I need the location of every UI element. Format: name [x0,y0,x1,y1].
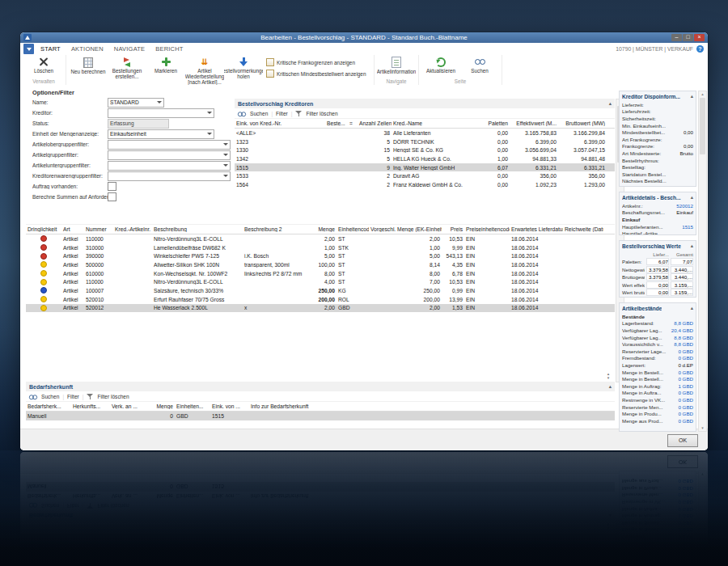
kreditoren-filter-button[interactable]: Filter [276,111,288,116]
collapse-icon[interactable] [691,303,693,313]
ribbon-button[interactable]: Neu berechnen [69,55,108,85]
column-header[interactable]: Beschreibung 2 [243,226,311,232]
ribbon-button[interactable]: Bestellungen erstellen... [108,55,146,85]
factbox-header[interactable]: Artikelbestände [620,303,696,313]
collapse-icon[interactable] [691,241,693,251]
factbox-header[interactable]: Kreditor Dispoinform... [620,91,696,101]
drilldown-link[interactable]: 0 GBD [678,370,693,375]
maximize-button[interactable]: □ [683,34,693,41]
column-header[interactable]: Anzahl Zeilen [358,120,392,126]
column-header[interactable]: Vorgeschl. Menge (EK-Einheit) [369,226,442,232]
column-header[interactable]: Bedarfsherk... [26,403,71,409]
column-header[interactable]: Dringlichkeit [26,226,61,232]
chevron-down-icon[interactable] [223,164,228,167]
drilldown-link[interactable]: 0 GBD [678,397,693,403]
column-header[interactable]: Preiseinheitencode [464,226,510,232]
column-header[interactable]: Paletten [479,120,510,126]
pane-splitter[interactable]: ▴▾ [604,372,612,379]
chevron-down-icon[interactable] [223,175,228,177]
tab-bericht[interactable]: BERICHT [155,45,183,53]
collapse-icon[interactable] [691,91,693,101]
column-header[interactable]: Bruttowert (MW) [558,120,607,126]
chevron-down-icon[interactable] [223,154,228,156]
collapse-icon[interactable] [691,192,693,202]
column-header[interactable]: Erwartetes Lieferdatum [510,226,563,232]
checkbox[interactable] [108,192,116,201]
table-row[interactable]: 15332Duravit AG0,00356,00356,00 [235,171,615,180]
dropdown-field[interactable]: Einkaufseinheit [108,129,214,139]
chevron-down-icon[interactable] [207,133,212,135]
column-header[interactable]: Einheiten... [175,403,210,409]
drilldown-link[interactable]: 1515 [682,224,693,230]
column-header[interactable]: Menge [311,226,336,232]
table-row[interactable]: Artikel390000Winkelschleifer PWS 7-125i.… [26,251,615,260]
column-header[interactable]: Beschreibung [152,226,243,232]
dropdown-field[interactable] [108,150,231,160]
kreditoren-search-button[interactable]: Suchen [250,111,268,116]
collapse-icon[interactable] [609,382,612,391]
collapse-icon[interactable] [609,99,612,108]
minimize-button[interactable]: – [671,34,682,41]
table-row[interactable]: Artikel610000Kon-Wechselsgkt. Nr. 100WF2… [26,269,615,278]
table-row[interactable]: 15159Ing. Walter Hengst GmbH6,076.331,21… [235,163,615,172]
kreditoren-grid-header[interactable]: Eink. von Kred.-Nr.Beste...=Anzahl Zeile… [235,118,615,129]
column-header[interactable]: Menge [144,403,175,409]
column-header[interactable]: Herkunfts... [71,403,110,409]
kreditoren-clear-filter-button[interactable]: Filter löschen [306,111,337,116]
chevron-down-icon[interactable] [223,143,228,146]
dropdown-field[interactable] [108,171,231,181]
factbox-scrollbar[interactable]: ▴ ▾ [698,91,707,432]
column-header[interactable]: Kred.-Name [392,120,479,126]
chevron-down-icon[interactable] [157,101,162,103]
drilldown-link[interactable]: 20,4 GBD [671,327,693,333]
ribbon-button[interactable]: Bestellvormerkungen holen [224,55,263,85]
table-row[interactable]: 13235DÖRR TECHNIK0,006.399,006.399,00 [235,137,615,146]
column-header[interactable]: Nummer [84,226,113,232]
column-header[interactable]: Preis [442,226,464,232]
table-row[interactable]: 15642Franz Kaldewei GmbH & Co.0,001.092,… [235,180,615,189]
drilldown-link[interactable]: 0 GBD [678,390,693,395]
bedarf-grid-header[interactable]: Bedarfsherk...Herkunfts...Verk. an ...Me… [26,401,615,412]
help-icon[interactable]: ? [696,45,704,53]
drilldown-link[interactable]: 8,8 GBD [674,320,693,326]
drilldown-link[interactable]: 0 GBD [678,376,693,382]
scroll-down-icon[interactable]: ▾ [699,425,706,431]
scrollbar-thumb[interactable] [700,98,705,154]
column-header[interactable]: Info zur Bedarfsherkunft [249,403,615,409]
column-header[interactable]: Verk. an ... [110,403,144,409]
bedarfsherkunft-pane-header[interactable]: Bedarfsherkunft [26,382,615,391]
scroll-up-icon[interactable]: ▴ [699,91,706,97]
column-header[interactable]: Reichweite (Datum) [563,226,603,232]
table-row[interactable]: Artikel520010Erfurt Rauhfaser 70/75 Gros… [26,295,615,304]
table-row[interactable]: Artikel100007Salzsäure, technisch 30/33%… [26,286,615,295]
tab-aktionen[interactable]: AKTIONEN [71,45,104,53]
tab-start[interactable]: START [40,45,61,53]
table-row[interactable]: Artikel500000Allwetter-Silikon SHK 100Nt… [26,260,615,269]
close-button[interactable]: × [694,34,705,41]
column-header[interactable]: Kred.-Artikelnr. [113,226,152,232]
column-header[interactable]: = [348,120,358,126]
tab-navigate[interactable]: NAVIGATE [114,45,145,53]
factbox-header[interactable]: Bestellvorschlag Werte [620,241,696,251]
lines-grid-header[interactable]: DringlichkeitArtNummerKred.-Artikelnr.Be… [26,224,615,234]
drilldown-link[interactable]: 0 GBD [678,411,693,416]
dropdown-field[interactable]: STANDARD [108,98,164,108]
drilldown-link[interactable]: 8,8 GBD [674,341,693,347]
bedarf-filter-button[interactable]: Filter [67,394,79,399]
drilldown-link[interactable]: 520012 [676,203,693,209]
column-header[interactable]: Art [61,226,84,232]
table-row[interactable]: 13425HELLA KG Hueck & Co.1,0094.881,3394… [235,154,615,163]
table-row[interactable]: Artikel110000Nitro-Verdünnung3L E-COLL4,… [26,277,615,286]
title-bar[interactable]: Bearbeiten - Bestellvorschlag - STANDARD… [20,32,708,43]
checkbox[interactable] [108,182,116,191]
drilldown-link[interactable]: 0 GBD [678,355,693,361]
ribbon-button[interactable]: Suchen [460,55,499,78]
drilldown-link[interactable]: 8,8 GBD [674,335,693,340]
drilldown-link[interactable]: 0 GBD [678,348,693,354]
dropdown-field[interactable] [108,140,231,150]
factbox-header[interactable]: Artikeldetails - Besch... [620,192,696,202]
bedarf-search-button[interactable]: Suchen [41,394,59,399]
app-menu-button[interactable] [23,44,34,54]
drilldown-link[interactable]: 1 GBD [678,383,693,389]
table-row[interactable]: Artikel310000Lamellendübelfräse DW682 K1… [26,243,615,252]
